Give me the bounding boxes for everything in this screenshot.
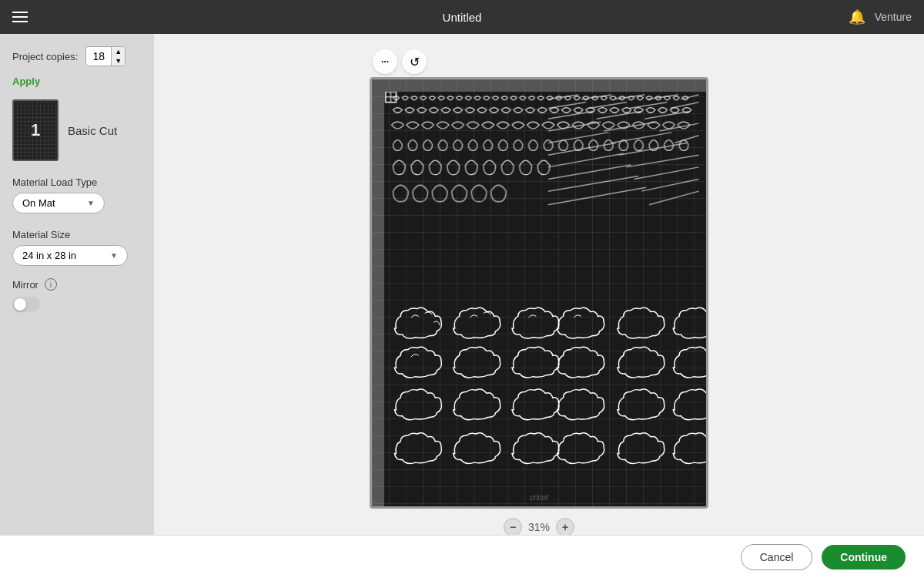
material-size-section: Material Size 24 in x 28 in ▼: [12, 223, 142, 266]
header-right: 🔔 Venture: [849, 8, 912, 25]
svg-line-8: [670, 102, 698, 109]
more-options-button[interactable]: ···: [373, 49, 397, 74]
menu-icon[interactable]: [12, 12, 28, 22]
info-icon[interactable]: i: [45, 278, 57, 291]
sidebar: Project copies: 18 ▲ ▼ Apply 1 Basic Cut…: [0, 34, 154, 578]
svg-line-27: [649, 191, 699, 205]
svg-line-23: [634, 167, 698, 180]
material-size-label: Material Size: [12, 229, 142, 240]
chevron-down-icon: ▼: [87, 199, 95, 207]
content-area: ··· ↺: [154, 34, 924, 578]
mat-canvas-wrapper: ··· ↺: [370, 49, 708, 509]
cancel-button[interactable]: Cancel: [741, 544, 813, 570]
zoom-level: 31%: [528, 521, 550, 533]
svg-line-0: [548, 95, 578, 99]
material-load-value: On Mat: [22, 197, 55, 209]
svg-line-25: [641, 179, 698, 191]
material-load-section: Material Load Type On Mat ▼: [12, 170, 142, 213]
mat-thumbnail[interactable]: 1: [12, 99, 59, 161]
zoom-out-button[interactable]: −: [504, 518, 522, 536]
svg-line-20: [548, 153, 624, 167]
machine-name: Venture: [875, 11, 912, 23]
zoom-controls: − 31% +: [504, 518, 574, 536]
rotate-button[interactable]: ↺: [402, 49, 427, 74]
mirror-label: Mirror: [12, 279, 38, 291]
mat-canvas: cricut: [370, 77, 708, 509]
svg-line-26: [548, 187, 646, 204]
continue-button[interactable]: Continue: [822, 545, 906, 570]
mat-thumbnail-row: 1 Basic Cut: [12, 99, 142, 161]
mat-cut-label: Basic Cut: [68, 124, 117, 137]
svg-line-21: [627, 155, 699, 167]
mirror-section: Mirror i: [12, 275, 142, 312]
chevron-down-icon-2: ▼: [110, 251, 118, 260]
project-copies-row: Project copies: 18 ▲ ▼: [12, 46, 142, 66]
svg-line-24: [548, 176, 638, 192]
cricut-logo: cricut: [530, 493, 548, 502]
svg-line-1: [581, 95, 611, 99]
svg-line-2: [614, 95, 644, 99]
app-header: Untitled 🔔 Venture: [0, 0, 924, 34]
material-load-dropdown[interactable]: On Mat ▼: [12, 193, 105, 213]
project-copies-label: Project copies:: [12, 51, 78, 62]
copies-input-wrap: 18 ▲ ▼: [85, 46, 126, 66]
svg-line-6: [589, 102, 627, 109]
bottom-bar: Cancel Continue: [0, 535, 924, 578]
svg-line-22: [548, 165, 631, 180]
svg-line-3: [648, 95, 678, 99]
more-icon: ···: [381, 56, 389, 67]
rotate-icon: ↺: [410, 55, 420, 69]
mat-canvas-controls: ··· ↺: [370, 49, 708, 74]
mirror-row: Mirror i: [12, 278, 142, 291]
zoom-in-button[interactable]: +: [556, 518, 574, 536]
page-title: Untitled: [443, 11, 482, 24]
material-load-type-label: Material Load Type: [12, 176, 142, 188]
svg-line-19: [619, 143, 687, 156]
material-size-dropdown[interactable]: 24 in x 28 in ▼: [12, 245, 128, 266]
copies-input[interactable]: 18: [86, 49, 111, 64]
mirror-toggle[interactable]: [12, 297, 40, 312]
apply-button[interactable]: Apply: [12, 76, 142, 87]
copies-arrows: ▲ ▼: [111, 47, 125, 66]
copies-down-button[interactable]: ▼: [112, 56, 125, 66]
cut-pattern-svg: [384, 92, 706, 502]
copies-up-button[interactable]: ▲: [112, 47, 125, 56]
main-layout: Project copies: 18 ▲ ▼ Apply 1 Basic Cut…: [0, 34, 924, 578]
material-size-value: 24 in x 28 in: [22, 250, 76, 261]
bell-icon[interactable]: 🔔: [849, 8, 865, 25]
svg-line-15: [548, 133, 608, 143]
